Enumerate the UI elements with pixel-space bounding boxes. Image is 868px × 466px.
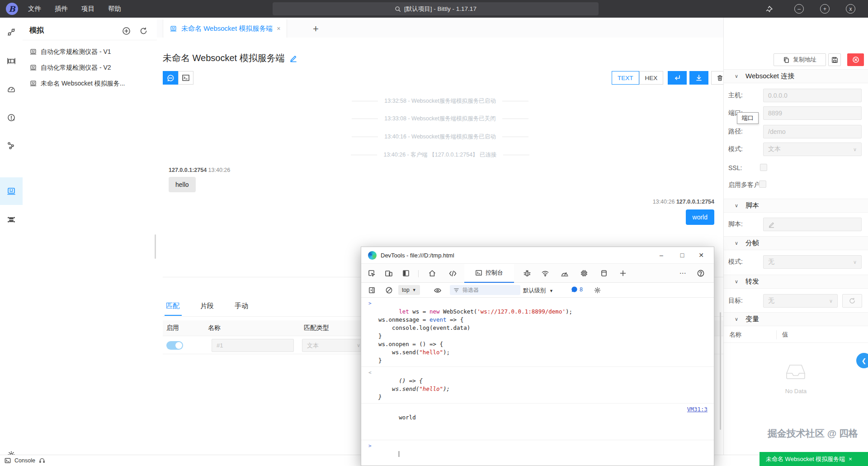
rule-toggle[interactable] (166, 341, 183, 350)
inspect-button[interactable] (364, 264, 379, 283)
elements-tab-button[interactable] (445, 264, 460, 283)
copy-address-button[interactable]: 复制地址 (774, 53, 826, 66)
script-input[interactable] (763, 218, 862, 231)
console-sidebar-button[interactable] (364, 281, 379, 300)
save-button[interactable] (828, 53, 841, 66)
mode-select[interactable]: 文本∨ (763, 143, 862, 156)
chevron-down-icon: ∨ (735, 316, 738, 322)
devtools-maximize-button[interactable]: □ (673, 247, 691, 263)
eye-button[interactable] (430, 281, 445, 300)
wifi-icon (541, 269, 549, 277)
multi-client-checkbox[interactable] (759, 181, 766, 188)
menu-plugins[interactable]: 插件 (55, 5, 68, 13)
minimize-button[interactable]: – (794, 0, 812, 18)
devtools-help-button[interactable] (693, 264, 708, 283)
rail-item-panel[interactable] (0, 50, 23, 72)
log-level-select[interactable]: 默认级别▼ (523, 287, 553, 295)
console-settings-button[interactable] (590, 281, 605, 300)
vars-name-col: 名称 (729, 331, 776, 339)
mock-item-v2[interactable]: 自动化常规检测仪器 - V2 (23, 60, 157, 76)
rail-item-mock[interactable] (0, 177, 23, 205)
home-tab-button[interactable] (425, 264, 440, 283)
newline-button[interactable] (668, 71, 687, 85)
rule-type-select[interactable]: 文本∨ (302, 339, 365, 352)
new-tab-button[interactable]: + (313, 23, 319, 35)
maximize-button[interactable]: + (820, 0, 838, 18)
path-input[interactable]: /demo (763, 125, 862, 138)
console-prompt[interactable]: > (361, 440, 714, 466)
rule-name-input[interactable]: #1 (212, 339, 294, 352)
success-toast[interactable]: 未命名 Websocket 模拟服务端 × (760, 452, 868, 466)
memory-tab-button[interactable] (576, 264, 592, 283)
performance-tab-button[interactable] (557, 264, 572, 283)
edit-pencil-icon[interactable] (289, 54, 297, 62)
section-framing[interactable]: ∨ 分帧 (724, 236, 868, 250)
forward-refresh-button[interactable] (842, 294, 862, 308)
system-log-line: 13:40:16 - Websocket服务端模拟服务已启动 (157, 133, 723, 141)
stop-service-button[interactable] (847, 53, 864, 66)
tab-snippet[interactable]: 片段 (200, 302, 214, 310)
dock-side-button[interactable] (398, 264, 414, 283)
console-output[interactable]: >let ws = new WebSocket('ws://127.0.0.1:… (361, 298, 714, 466)
refresh-icon[interactable] (139, 27, 148, 35)
hex-mode-button[interactable]: HEX (639, 71, 664, 85)
text-mode-button[interactable]: TEXT (612, 71, 639, 85)
cpu-icon (580, 269, 588, 277)
storage-tab-button[interactable] (596, 264, 612, 283)
frame-context-select[interactable]: top▼ (398, 285, 420, 295)
pin-button[interactable] (766, 0, 784, 18)
rail-item-timer[interactable] (0, 106, 23, 129)
rail-item-dashboard[interactable] (0, 78, 23, 100)
console-filter-input[interactable]: 筛选器 (450, 285, 520, 295)
clear-console-button[interactable] (381, 281, 396, 300)
source-link[interactable]: VM31:3 (687, 405, 708, 414)
collapse-panel-button[interactable]: ❮ (856, 353, 868, 368)
port-input[interactable]: 8899 (763, 106, 862, 120)
tab-close-icon[interactable]: × (277, 25, 280, 32)
network-tab-button[interactable] (538, 264, 553, 283)
devtools-minimize-button[interactable]: – (652, 247, 670, 263)
ssl-checkbox[interactable] (760, 164, 767, 171)
rail-item-environment[interactable] (0, 209, 23, 231)
add-mock-icon[interactable] (122, 27, 131, 35)
menu-file[interactable]: 文件 (28, 5, 41, 13)
vars-value-col: 值 (782, 331, 788, 339)
rail-item-connect[interactable] (0, 21, 23, 43)
mock-item-v1[interactable]: 自动化常规检测仪器 - V1 (23, 44, 157, 60)
host-input[interactable]: 0.0.0.0 (763, 89, 862, 102)
status-console-label[interactable]: Console (14, 457, 35, 464)
console-toolbar: top▼ 筛选器 默认级别▼ 8 (361, 283, 714, 298)
close-button[interactable]: x (846, 0, 864, 18)
section-variables[interactable]: ∨ 变量 (724, 312, 868, 326)
debugger-tab-button[interactable] (519, 264, 535, 283)
explorer-scrollbar[interactable] (155, 234, 156, 259)
frame-mode-select[interactable]: 无∨ (763, 255, 862, 269)
title-search[interactable]: [默认项目] - Bittly - 1.17.17 (273, 2, 599, 15)
main-scrollbar[interactable] (720, 312, 721, 430)
section-script[interactable]: ∨ 脚本 (724, 199, 868, 213)
terminal-view-button[interactable] (178, 71, 193, 85)
more-tabs-button[interactable] (615, 264, 631, 283)
rail-item-share[interactable] (0, 134, 23, 157)
tab-websocket-mock[interactable]: 未命名 Websocket 模拟服务端 × (163, 19, 287, 38)
issues-counter[interactable]: 8 (571, 286, 583, 293)
menu-help[interactable]: 帮助 (108, 5, 121, 13)
section-forward[interactable]: ∨ 转发 (724, 275, 868, 289)
scroll-bottom-button[interactable] (689, 71, 708, 85)
headset-icon[interactable] (39, 457, 45, 464)
devtools-close-button[interactable]: ✕ (692, 247, 710, 263)
devtools-menu-button[interactable]: ⋯ (675, 264, 690, 283)
chat-view-button[interactable] (163, 71, 178, 85)
text-caret (399, 451, 399, 457)
console-tab[interactable]: 控制台 (464, 264, 514, 283)
col-name: 名称 (208, 324, 298, 332)
tab-match[interactable]: 匹配 (166, 302, 179, 310)
menu-project[interactable]: 项目 (81, 5, 94, 13)
device-toolbar-button[interactable] (381, 264, 396, 283)
section-connection[interactable]: ∨ Websocket 连接 (724, 69, 868, 83)
forward-target-select[interactable]: 无∨ (763, 294, 838, 308)
mock-item-websocket[interactable]: 未命名 Websocket 模拟服务... (23, 76, 157, 91)
tab-manual[interactable]: 手动 (235, 302, 248, 310)
edit-pencil-icon (768, 221, 775, 228)
toast-close-icon[interactable]: × (849, 456, 852, 462)
